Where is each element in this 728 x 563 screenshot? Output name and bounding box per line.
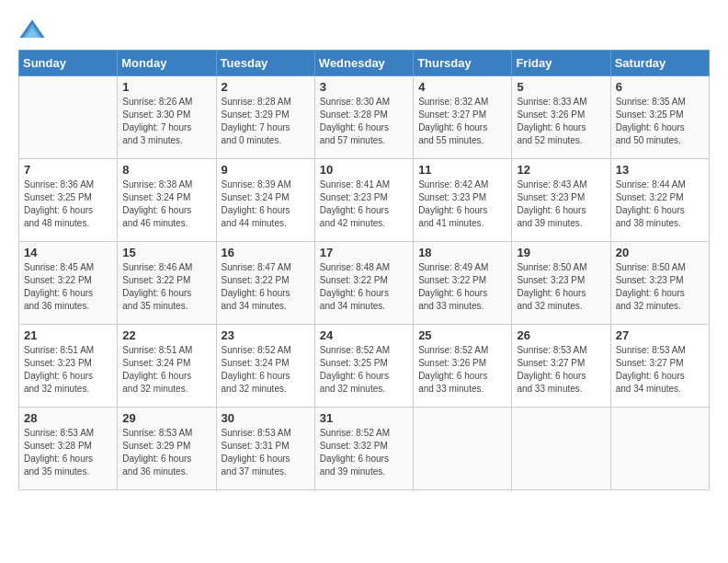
day-number: 1 (122, 80, 210, 94)
calendar-cell (512, 408, 610, 490)
cell-info: Sunrise: 8:53 AMSunset: 3:29 PMDaylight:… (122, 427, 210, 478)
day-number: 16 (222, 246, 310, 259)
calendar-cell: 27Sunrise: 8:53 AMSunset: 3:27 PMDayligh… (610, 325, 709, 408)
day-number: 23 (222, 328, 310, 342)
day-number: 28 (24, 411, 112, 425)
cell-info: Sunrise: 8:43 AMSunset: 3:23 PMDaylight:… (517, 178, 605, 230)
calendar-week-1: 1Sunrise: 8:26 AMSunset: 3:30 PMDaylight… (19, 76, 710, 159)
calendar-cell: 6Sunrise: 8:35 AMSunset: 3:25 PMDaylight… (610, 76, 709, 159)
cell-info: Sunrise: 8:52 AMSunset: 3:26 PMDaylight:… (418, 344, 506, 396)
cell-info: Sunrise: 8:42 AMSunset: 3:23 PMDaylight:… (418, 178, 506, 230)
calendar-cell: 1Sunrise: 8:26 AMSunset: 3:30 PMDaylight… (118, 76, 216, 159)
day-number: 27 (616, 328, 704, 342)
day-number: 21 (24, 328, 112, 342)
day-number: 11 (418, 163, 506, 177)
calendar-cell: 21Sunrise: 8:51 AMSunset: 3:23 PMDayligh… (19, 325, 118, 408)
cell-info: Sunrise: 8:50 AMSunset: 3:23 PMDaylight:… (517, 261, 605, 313)
calendar-table: SundayMondayTuesdayWednesdayThursdayFrid… (18, 50, 710, 490)
cell-info: Sunrise: 8:52 AMSunset: 3:32 PMDaylight:… (320, 427, 408, 478)
day-number: 18 (418, 246, 506, 259)
calendar-cell: 26Sunrise: 8:53 AMSunset: 3:27 PMDayligh… (512, 325, 610, 408)
cell-info: Sunrise: 8:41 AMSunset: 3:23 PMDaylight:… (320, 178, 408, 230)
cell-info: Sunrise: 8:51 AMSunset: 3:24 PMDaylight:… (122, 344, 210, 396)
calendar-cell: 5Sunrise: 8:33 AMSunset: 3:26 PMDaylight… (512, 76, 610, 159)
day-number: 8 (122, 163, 210, 177)
calendar-week-2: 7Sunrise: 8:36 AMSunset: 3:25 PMDaylight… (19, 159, 710, 242)
calendar-week-4: 21Sunrise: 8:51 AMSunset: 3:23 PMDayligh… (19, 325, 710, 408)
calendar-cell: 16Sunrise: 8:47 AMSunset: 3:22 PMDayligh… (216, 242, 314, 325)
day-number: 3 (320, 80, 408, 94)
calendar-header-row: SundayMondayTuesdayWednesdayThursdayFrid… (19, 51, 710, 76)
calendar-cell: 3Sunrise: 8:30 AMSunset: 3:28 PMDaylight… (314, 76, 413, 159)
logo-icon (18, 18, 46, 40)
calendar-week-3: 14Sunrise: 8:45 AMSunset: 3:22 PMDayligh… (19, 242, 710, 325)
calendar-cell: 19Sunrise: 8:50 AMSunset: 3:23 PMDayligh… (512, 242, 610, 325)
calendar-cell (19, 76, 118, 159)
logo (18, 18, 50, 40)
calendar-cell: 14Sunrise: 8:45 AMSunset: 3:22 PMDayligh… (19, 242, 118, 325)
calendar-cell: 18Sunrise: 8:49 AMSunset: 3:22 PMDayligh… (414, 242, 512, 325)
day-header-friday: Friday (512, 51, 610, 76)
day-number: 5 (517, 80, 605, 94)
cell-info: Sunrise: 8:53 AMSunset: 3:31 PMDaylight:… (222, 427, 310, 478)
day-number: 20 (616, 246, 704, 259)
cell-info: Sunrise: 8:45 AMSunset: 3:22 PMDaylight:… (24, 261, 112, 313)
day-header-wednesday: Wednesday (314, 51, 413, 76)
cell-info: Sunrise: 8:44 AMSunset: 3:22 PMDaylight:… (616, 178, 704, 230)
cell-info: Sunrise: 8:50 AMSunset: 3:23 PMDaylight:… (616, 261, 704, 313)
calendar-week-5: 28Sunrise: 8:53 AMSunset: 3:28 PMDayligh… (19, 408, 710, 490)
calendar-cell: 15Sunrise: 8:46 AMSunset: 3:22 PMDayligh… (118, 242, 216, 325)
day-header-sunday: Sunday (19, 51, 118, 76)
cell-info: Sunrise: 8:28 AMSunset: 3:29 PMDaylight:… (222, 96, 310, 147)
calendar-cell: 10Sunrise: 8:41 AMSunset: 3:23 PMDayligh… (314, 159, 413, 242)
cell-info: Sunrise: 8:32 AMSunset: 3:27 PMDaylight:… (418, 96, 506, 147)
calendar-cell: 25Sunrise: 8:52 AMSunset: 3:26 PMDayligh… (414, 325, 512, 408)
day-number: 31 (320, 411, 408, 425)
cell-info: Sunrise: 8:46 AMSunset: 3:22 PMDaylight:… (122, 261, 210, 313)
cell-info: Sunrise: 8:39 AMSunset: 3:24 PMDaylight:… (222, 178, 310, 230)
day-number: 17 (320, 246, 408, 259)
calendar-cell: 8Sunrise: 8:38 AMSunset: 3:24 PMDaylight… (118, 159, 216, 242)
calendar-cell: 13Sunrise: 8:44 AMSunset: 3:22 PMDayligh… (610, 159, 709, 242)
day-number: 26 (517, 328, 605, 342)
calendar-cell: 23Sunrise: 8:52 AMSunset: 3:24 PMDayligh… (216, 325, 314, 408)
calendar-cell: 31Sunrise: 8:52 AMSunset: 3:32 PMDayligh… (314, 408, 413, 490)
calendar-cell: 24Sunrise: 8:52 AMSunset: 3:25 PMDayligh… (314, 325, 413, 408)
cell-info: Sunrise: 8:38 AMSunset: 3:24 PMDaylight:… (122, 178, 210, 230)
day-number: 15 (122, 246, 210, 259)
page-header (18, 18, 710, 40)
calendar-cell: 22Sunrise: 8:51 AMSunset: 3:24 PMDayligh… (118, 325, 216, 408)
cell-info: Sunrise: 8:53 AMSunset: 3:27 PMDaylight:… (616, 344, 704, 396)
day-number: 6 (616, 80, 704, 94)
day-number: 13 (616, 163, 704, 177)
cell-info: Sunrise: 8:53 AMSunset: 3:28 PMDaylight:… (24, 427, 112, 478)
day-number: 19 (517, 246, 605, 259)
cell-info: Sunrise: 8:49 AMSunset: 3:22 PMDaylight:… (418, 261, 506, 313)
day-number: 30 (222, 411, 310, 425)
cell-info: Sunrise: 8:53 AMSunset: 3:27 PMDaylight:… (517, 344, 605, 396)
day-number: 12 (517, 163, 605, 177)
cell-info: Sunrise: 8:47 AMSunset: 3:22 PMDaylight:… (222, 261, 310, 313)
cell-info: Sunrise: 8:52 AMSunset: 3:24 PMDaylight:… (222, 344, 310, 396)
day-number: 2 (222, 80, 310, 94)
cell-info: Sunrise: 8:51 AMSunset: 3:23 PMDaylight:… (24, 344, 112, 396)
day-number: 24 (320, 328, 408, 342)
day-header-saturday: Saturday (610, 51, 709, 76)
calendar-cell: 28Sunrise: 8:53 AMSunset: 3:28 PMDayligh… (19, 408, 118, 490)
calendar-cell: 20Sunrise: 8:50 AMSunset: 3:23 PMDayligh… (610, 242, 709, 325)
calendar-cell: 29Sunrise: 8:53 AMSunset: 3:29 PMDayligh… (118, 408, 216, 490)
cell-info: Sunrise: 8:52 AMSunset: 3:25 PMDaylight:… (320, 344, 408, 396)
calendar-cell: 30Sunrise: 8:53 AMSunset: 3:31 PMDayligh… (216, 408, 314, 490)
day-number: 14 (24, 246, 112, 259)
day-number: 10 (320, 163, 408, 177)
day-number: 25 (418, 328, 506, 342)
cell-info: Sunrise: 8:26 AMSunset: 3:30 PMDaylight:… (122, 96, 210, 147)
day-number: 22 (122, 328, 210, 342)
cell-info: Sunrise: 8:48 AMSunset: 3:22 PMDaylight:… (320, 261, 408, 313)
cell-info: Sunrise: 8:36 AMSunset: 3:25 PMDaylight:… (24, 178, 112, 230)
day-header-monday: Monday (118, 51, 216, 76)
calendar-cell (610, 408, 709, 490)
cell-info: Sunrise: 8:33 AMSunset: 3:26 PMDaylight:… (517, 96, 605, 147)
calendar-cell: 9Sunrise: 8:39 AMSunset: 3:24 PMDaylight… (216, 159, 314, 242)
calendar-cell: 7Sunrise: 8:36 AMSunset: 3:25 PMDaylight… (19, 159, 118, 242)
